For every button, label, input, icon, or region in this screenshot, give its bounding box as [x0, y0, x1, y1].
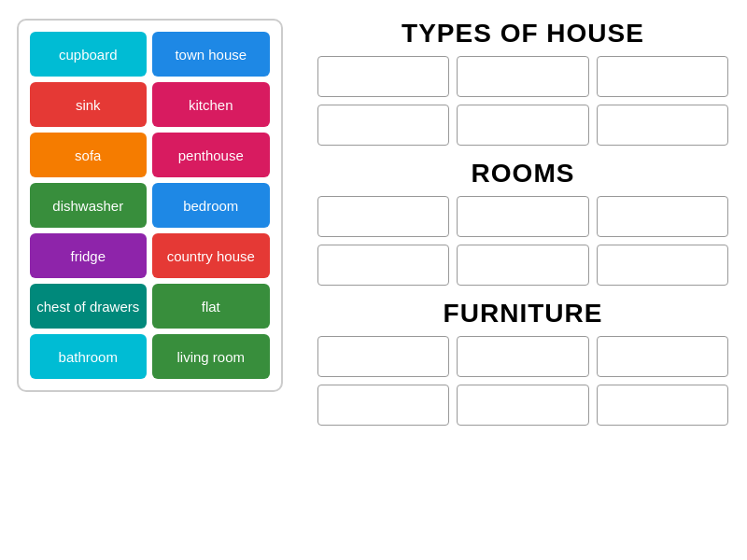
drop-cell-types-of-house-0-2[interactable]	[597, 56, 728, 97]
tile-sink[interactable]: sink	[30, 82, 148, 127]
tile-country-house[interactable]: country house	[152, 233, 270, 278]
section-title-furniture: FURNITURE	[317, 299, 728, 329]
drop-cell-furniture-0-1[interactable]	[457, 336, 588, 377]
drop-cell-rooms-1-1[interactable]	[457, 245, 588, 286]
drop-cell-furniture-1-1[interactable]	[457, 385, 588, 426]
tile-dishwasher[interactable]: dishwasher	[30, 183, 148, 228]
drop-cell-rooms-1-0[interactable]	[317, 245, 449, 286]
drop-cell-types-of-house-0-1[interactable]	[457, 56, 588, 97]
tile-cupboard[interactable]: cupboard	[30, 32, 148, 77]
drop-cell-rooms-0-0[interactable]	[317, 196, 449, 237]
tile-penthouse[interactable]: penthouse	[152, 133, 270, 177]
tile-kitchen[interactable]: kitchen	[152, 82, 270, 127]
drop-row-rooms-1	[317, 245, 728, 286]
drop-cell-types-of-house-0-0[interactable]	[317, 56, 449, 97]
drop-row-types-of-house-0	[317, 56, 728, 97]
right-panel: TYPES OF HOUSEROOMSFURNITURE	[299, 0, 747, 560]
drop-row-furniture-1	[317, 385, 728, 426]
drop-cell-types-of-house-1-1[interactable]	[457, 105, 588, 146]
drop-cell-furniture-1-2[interactable]	[597, 385, 728, 426]
tile-chest-of-drawers[interactable]: chest of drawers	[30, 284, 148, 329]
tile-bedroom[interactable]: bedroom	[152, 183, 270, 228]
drop-cell-types-of-house-1-0[interactable]	[317, 105, 449, 146]
tile-flat[interactable]: flat	[152, 284, 270, 329]
drop-row-rooms-0	[317, 196, 728, 237]
section-title-types-of-house: TYPES OF HOUSE	[317, 19, 728, 49]
tile-living-room[interactable]: living room	[152, 334, 270, 379]
word-bank: cupboardtown housesinkkitchensofapenthou…	[0, 0, 299, 560]
tile-sofa[interactable]: sofa	[30, 133, 148, 177]
drop-cell-furniture-0-2[interactable]	[597, 336, 728, 377]
drop-cell-rooms-0-2[interactable]	[597, 196, 728, 237]
drop-cell-furniture-0-0[interactable]	[317, 336, 449, 377]
drop-cell-furniture-1-0[interactable]	[317, 385, 449, 426]
section-title-rooms: ROOMS	[317, 159, 728, 189]
tile-fridge[interactable]: fridge	[30, 233, 148, 278]
tile-town-house[interactable]: town house	[152, 32, 270, 77]
drop-cell-rooms-0-1[interactable]	[457, 196, 588, 237]
drop-cell-types-of-house-1-2[interactable]	[597, 105, 728, 146]
drop-row-types-of-house-1	[317, 105, 728, 146]
word-grid: cupboardtown housesinkkitchensofapenthou…	[17, 19, 283, 392]
drop-row-furniture-0	[317, 336, 728, 377]
drop-cell-rooms-1-2[interactable]	[597, 245, 728, 286]
tile-bathroom[interactable]: bathroom	[30, 334, 148, 379]
